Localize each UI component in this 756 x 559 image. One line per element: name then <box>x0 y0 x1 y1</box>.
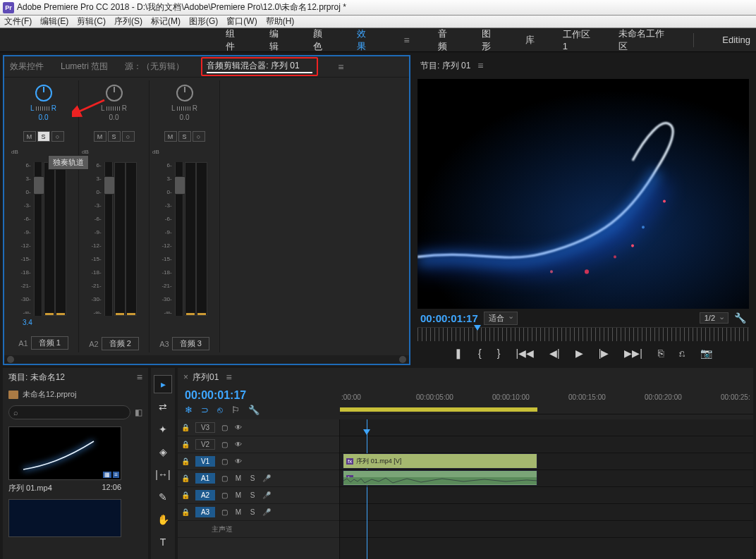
track-header-v3[interactable]: 🔒V3▢👁 <box>178 419 339 436</box>
btn-set-out[interactable]: } <box>497 348 501 359</box>
fader-handle[interactable] <box>33 176 44 195</box>
fader[interactable] <box>175 162 183 316</box>
menu-help[interactable]: 帮助(H) <box>266 16 295 27</box>
tl-magnet-icon[interactable]: ⊃ <box>201 405 209 415</box>
project-clip-2[interactable] <box>8 499 121 537</box>
timeline-sequence-name[interactable]: 序列01 <box>193 371 219 383</box>
ws-unnamed[interactable]: 未命名工作区 <box>618 27 665 53</box>
ws-libraries[interactable]: 库 <box>525 34 535 47</box>
program-playhead[interactable] <box>474 325 481 331</box>
channel-name[interactable]: 音频 3 <box>172 337 209 350</box>
project-search-input[interactable]: ⌕ <box>8 405 130 419</box>
btn-lift[interactable]: ⎘ <box>658 348 664 359</box>
voiceover-button[interactable]: ○ <box>193 131 205 142</box>
pan-value[interactable]: 0.0 <box>109 113 119 121</box>
mute-button[interactable]: M <box>164 131 177 142</box>
project-filter-icon[interactable]: ◧ <box>135 407 142 417</box>
timeline-ruler[interactable]: :00:00 00:00:05:00 00:00:10:00 00:00:15:… <box>340 392 753 414</box>
tool-pen[interactable]: ✎ <box>154 488 172 506</box>
btn-go-in[interactable]: |◀◀ <box>516 348 534 359</box>
menu-file[interactable]: 文件(F) <box>4 16 32 27</box>
ws-editing-en[interactable]: Editing <box>722 35 750 45</box>
voiceover-button[interactable]: ○ <box>51 131 64 142</box>
ws-graphics[interactable]: 图形 <box>482 27 497 53</box>
project-bin-row[interactable]: 未命名12.prproj <box>3 386 148 403</box>
tab-audio-clip-mixer[interactable]: 音频剪辑混合器: 序列 01 <box>201 57 318 76</box>
tool-selection[interactable]: ▸ <box>154 375 172 393</box>
btn-extract[interactable]: ⎌ <box>679 348 685 359</box>
timeline-clip-a1[interactable]: fx <box>343 470 537 486</box>
voiceover-button[interactable]: ○ <box>122 131 135 142</box>
ws-area1[interactable]: 工作区1 <box>563 28 590 51</box>
tool-slip[interactable]: |↔| <box>154 465 172 484</box>
pan-knob[interactable] <box>176 85 193 102</box>
fader-handle[interactable] <box>104 176 115 195</box>
pan-value[interactable]: 0.0 <box>180 113 190 121</box>
program-ruler[interactable] <box>417 327 749 341</box>
program-timecode[interactable]: 00:00:01:17 <box>420 312 478 324</box>
ws-editing[interactable]: 编辑 <box>269 27 285 53</box>
btn-step-back[interactable]: ◀| <box>549 348 560 359</box>
program-settings-icon[interactable]: 🔧 <box>734 312 746 324</box>
tool-razor[interactable]: ◈ <box>154 443 172 461</box>
project-menu-icon[interactable]: ≡ <box>137 371 142 383</box>
timeline-tracks-area[interactable]: fx序列 01.mp4 [V] fx <box>340 419 753 559</box>
track-header-a1[interactable]: 🔒A1▢MS🎤 <box>178 470 339 487</box>
track-header-v2[interactable]: 🔒V2▢👁 <box>178 436 339 453</box>
btn-set-in[interactable]: { <box>478 348 482 359</box>
tab-lumetri-scopes[interactable]: Lumetri 范围 <box>61 61 108 73</box>
track-header-master[interactable]: 主声道 <box>178 521 339 538</box>
menu-clip[interactable]: 剪辑(C) <box>77 16 106 27</box>
tl-marker-icon[interactable]: ⚐ <box>231 405 240 415</box>
ws-effects-menu-icon[interactable]: ≡ <box>403 35 409 46</box>
timeline-playhead[interactable] <box>367 419 367 559</box>
btn-export-frame[interactable]: 📷 <box>700 348 712 359</box>
fader[interactable] <box>34 162 42 316</box>
btn-play[interactable]: ▶ <box>575 348 583 359</box>
track-header-v1[interactable]: 🔒V1▢👁 <box>178 453 339 470</box>
program-zoom-select[interactable]: 1/2 <box>700 312 728 324</box>
menu-edit[interactable]: 编辑(E) <box>40 16 68 27</box>
menu-markers[interactable]: 标记(M) <box>151 16 181 27</box>
tab-effect-controls[interactable]: 效果控件 <box>10 61 44 73</box>
project-clip-1[interactable]: ▦≡ 序列 01.mp412:06 <box>8 426 121 496</box>
tool-ripple[interactable]: ✦ <box>154 420 172 438</box>
ws-audio[interactable]: 音频 <box>438 27 453 53</box>
track-header-a2[interactable]: 🔒A2▢MS🎤 <box>178 487 339 504</box>
ws-color[interactable]: 颜色 <box>313 27 329 53</box>
mixer-panel-menu-icon[interactable]: ≡ <box>338 61 343 73</box>
pan-knob[interactable] <box>35 85 52 102</box>
tool-hand[interactable]: ✋ <box>154 510 172 529</box>
tool-type[interactable]: T <box>154 533 172 551</box>
menu-graphics[interactable]: 图形(G) <box>189 16 218 27</box>
ws-effects[interactable]: 效果 <box>357 27 372 53</box>
solo-button[interactable]: S <box>108 131 121 142</box>
timeline-timecode[interactable]: 00:00:01:17 <box>178 386 340 405</box>
track-header-a3[interactable]: 🔒A3▢MS🎤 <box>178 504 339 521</box>
fader[interactable] <box>104 162 113 316</box>
menu-sequence[interactable]: 序列(S) <box>114 16 142 27</box>
ws-assembly[interactable]: 组件 <box>226 27 241 53</box>
menu-window[interactable]: 窗口(W) <box>226 16 257 27</box>
fader-handle[interactable] <box>174 176 185 195</box>
program-menu-icon[interactable]: ≡ <box>477 60 483 71</box>
timeline-clip-v1[interactable]: fx序列 01.mp4 [V] <box>343 453 537 469</box>
solo-button[interactable]: S <box>37 131 50 142</box>
btn-marker[interactable]: ❚ <box>454 348 463 359</box>
solo-button[interactable]: S <box>178 131 191 142</box>
program-viewer[interactable] <box>417 79 749 309</box>
tl-link-icon[interactable]: ⎋ <box>217 405 223 415</box>
program-fit-select[interactable]: 适合 <box>484 312 518 325</box>
mixer-scrollbar[interactable] <box>4 355 409 364</box>
tl-snap-icon[interactable]: ❄ <box>185 405 193 415</box>
channel-name[interactable]: 音频 2 <box>102 337 139 350</box>
mute-button[interactable]: M <box>94 131 106 142</box>
channel-name[interactable]: 音频 1 <box>31 336 68 350</box>
mute-button[interactable]: M <box>23 131 36 142</box>
btn-go-out[interactable]: ▶▶| <box>624 348 642 359</box>
btn-step-fwd[interactable]: |▶ <box>599 348 609 359</box>
tl-settings-icon[interactable]: 🔧 <box>248 405 260 415</box>
tool-track-select[interactable]: ⇄ <box>154 398 172 416</box>
pan-knob[interactable] <box>106 85 123 102</box>
tab-source[interactable]: 源：（无剪辑） <box>125 61 184 73</box>
